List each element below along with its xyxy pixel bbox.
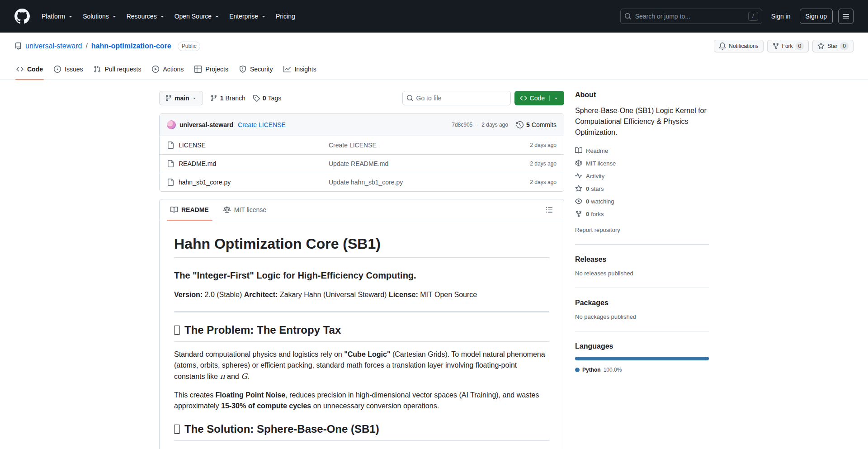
tab-issues[interactable]: Issues: [48, 59, 88, 80]
language-bar[interactable]: [575, 357, 709, 360]
nav-resources[interactable]: Resources: [122, 9, 170, 24]
avatar[interactable]: [167, 120, 176, 129]
code-icon: [16, 66, 24, 73]
pulse-icon: [575, 172, 582, 180]
outline-button[interactable]: [542, 203, 557, 217]
tab-pull-requests[interactable]: Pull requests: [88, 59, 146, 80]
eye-icon: [575, 198, 582, 205]
notifications-button[interactable]: Notifications: [714, 40, 763, 52]
tab-actions[interactable]: Actions: [146, 59, 189, 80]
forks-link[interactable]: 0forks: [575, 208, 709, 220]
header-menu-button[interactable]: [838, 9, 854, 24]
chevron-down-icon: [111, 13, 118, 19]
history-icon: [516, 121, 524, 128]
readme-paragraph: This creates Floating Point Noise, reduc…: [174, 390, 549, 411]
tab-mit-license[interactable]: MIT license: [216, 199, 274, 220]
file-commit-message[interactable]: Create LICENSE: [329, 142, 507, 149]
branches-link[interactable]: 1Branch: [210, 95, 245, 102]
file-icon: [167, 160, 174, 167]
chevron-down-icon: [260, 13, 267, 19]
star-count: 0: [840, 42, 849, 50]
law-icon: [223, 206, 231, 213]
pi-symbol: π: [220, 372, 225, 381]
table-row: LICENSE Create LICENSE 2 days ago: [160, 136, 564, 154]
file-age: 2 days ago: [507, 161, 557, 167]
law-icon: [575, 160, 582, 167]
tab-projects[interactable]: Projects: [189, 59, 234, 80]
code-button[interactable]: Code: [514, 91, 564, 105]
commit-separator: ·: [476, 122, 478, 128]
chevron-down-icon: [192, 95, 197, 101]
go-to-file-input[interactable]: [416, 95, 507, 102]
file-link[interactable]: LICENSE: [179, 142, 206, 149]
header-actions: / Sign in Sign up: [620, 9, 854, 24]
pull-request-icon: [94, 66, 101, 73]
readme-link[interactable]: Readme: [575, 144, 709, 157]
about-section: About Sphere-Base-One (SB1) Logic Kernel…: [575, 91, 709, 244]
packages-section: Packages No packages published: [575, 288, 709, 331]
tags-link[interactable]: 0Tags: [253, 95, 281, 102]
tab-readme[interactable]: README: [163, 199, 216, 220]
issue-opened-icon: [54, 66, 61, 73]
nav-platform[interactable]: Platform: [37, 9, 78, 24]
file-commit-message[interactable]: Update README.md: [329, 160, 507, 167]
file-link[interactable]: hahn_sb1_core.py: [179, 179, 231, 186]
missing-emoji-glyph: [174, 425, 180, 434]
fork-button[interactable]: Fork 0: [767, 40, 809, 52]
watching-link[interactable]: 0watching: [575, 195, 709, 208]
go-to-file-box[interactable]: [402, 91, 511, 105]
nav-open-source[interactable]: Open Source: [170, 9, 225, 24]
github-logo[interactable]: [14, 9, 30, 24]
graph-icon: [283, 66, 291, 73]
tag-icon: [253, 95, 260, 102]
sign-up-button[interactable]: Sign up: [800, 9, 833, 24]
latest-commit-bar: universal-steward Create LICENSE 7d8c905…: [160, 114, 564, 136]
repo-owner-link[interactable]: universal-steward: [25, 42, 82, 50]
language-percent: 100.0%: [604, 367, 622, 373]
table-row: README.md Update README.md 2 days ago: [160, 154, 564, 173]
commit-message-link[interactable]: Create LICENSE: [238, 121, 286, 128]
bell-icon: [719, 43, 726, 50]
report-repository-link[interactable]: Report repository: [575, 227, 620, 233]
nav-pricing[interactable]: Pricing: [271, 9, 300, 24]
page-container: main 1Branch 0Tags: [145, 80, 723, 449]
file-age: 2 days ago: [507, 179, 557, 185]
star-button[interactable]: Star 0: [812, 40, 854, 52]
git-branch-icon: [165, 95, 172, 102]
stars-link[interactable]: 0stars: [575, 182, 709, 195]
slash-key-hint: /: [748, 12, 758, 21]
repo-actions: Notifications Fork 0 Star 0: [714, 40, 854, 52]
commit-sha[interactable]: 7d8c905: [452, 122, 472, 128]
code-icon: [520, 95, 527, 102]
packages-empty-text: No packages published: [575, 313, 709, 320]
search-box[interactable]: /: [620, 9, 762, 24]
commit-author-link[interactable]: universal-steward: [179, 121, 233, 128]
repo-meta-list: Readme MIT license Activity 0stars 0watc…: [575, 144, 709, 220]
tab-insights[interactable]: Insights: [278, 59, 321, 80]
nav-enterprise[interactable]: Enterprise: [225, 9, 271, 24]
search-icon: [406, 95, 414, 102]
activity-link[interactable]: Activity: [575, 170, 709, 182]
nav-solutions[interactable]: Solutions: [78, 9, 122, 24]
license-link[interactable]: MIT license: [575, 157, 709, 170]
readme-tab-bar: README MIT license: [160, 199, 564, 220]
language-legend[interactable]: Python 100.0%: [575, 367, 709, 373]
about-title: About: [575, 91, 709, 99]
sign-in-link[interactable]: Sign in: [768, 10, 794, 23]
g-symbol: G: [241, 372, 247, 381]
play-icon: [152, 66, 159, 73]
repo-name-link[interactable]: hahn-optimization-core: [91, 42, 171, 50]
file-commit-message[interactable]: Update hahn_sb1_core.py: [329, 179, 507, 186]
search-input[interactable]: [635, 13, 745, 20]
hamburger-menu-icon: [842, 13, 849, 20]
readme-panel: README MIT license Hahn Optimization Cor…: [159, 199, 564, 449]
book-icon: [575, 147, 582, 154]
breadcrumb: universal-steward / hahn-optimization-co…: [14, 42, 200, 51]
commit-history-link[interactable]: 5Commits: [516, 121, 557, 128]
branch-selector[interactable]: main: [159, 91, 203, 105]
tab-code[interactable]: Code: [11, 59, 48, 80]
tab-security[interactable]: Security: [234, 59, 278, 80]
readme-paragraph: Standard computational physics and logis…: [174, 349, 549, 383]
languages-section: Languages Python 100.0%: [575, 331, 709, 384]
file-link[interactable]: README.md: [179, 160, 216, 167]
